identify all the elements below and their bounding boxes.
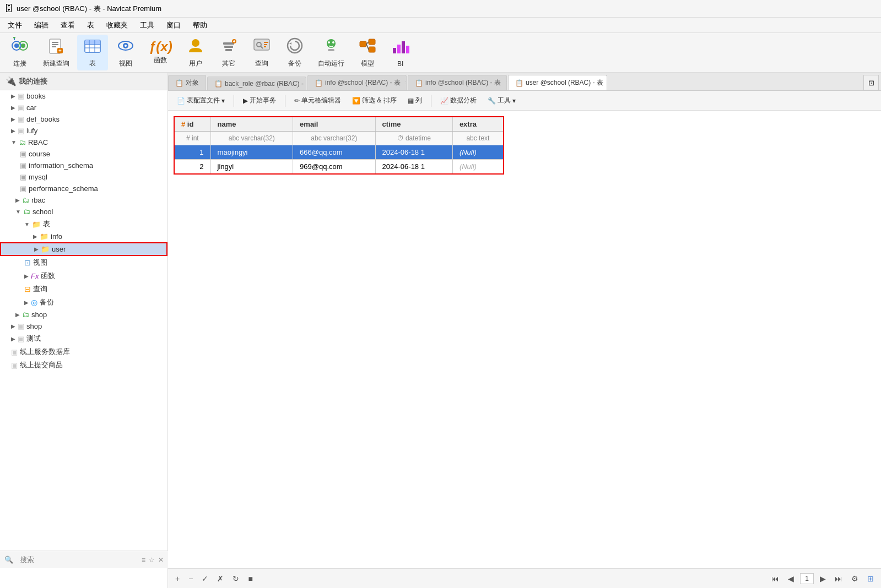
function-button[interactable]: ƒ(x) 函数 [143,38,178,67]
cell-name[interactable]: maojingyi [210,145,293,160]
tab-close-icon[interactable]: ✕ [505,79,507,86]
tree-item-RBAC[interactable]: ▼ 🗂 RBAC [0,137,167,148]
tree-item-online-submit[interactable]: ▣ 线上提交商品 [0,358,167,372]
tree-label: shop [31,311,47,319]
tab-user[interactable]: 📋 user @school (RBAC) - 表 ✕ [508,75,607,90]
start-trans-button[interactable]: ▶ 开始事务 [239,94,280,107]
tree-item-rbac[interactable]: ▶ 🗂 rbac [0,194,167,206]
page-last-button[interactable]: ⏭ [832,573,845,584]
menu-window[interactable]: 窗口 [161,19,186,32]
dropdown-icon: ▾ [221,97,225,105]
start-trans-label: 开始事务 [250,96,276,105]
tree-item-mysql[interactable]: ▣ mysql [0,171,167,183]
refresh-button[interactable]: ↻ [230,573,242,584]
settings-button[interactable]: ⚙ [848,573,861,584]
tab-info-1[interactable]: 📋 info @school (RBAC) - 表 ✕ [307,75,407,90]
tree-item-books[interactable]: ▶ ▣ books [0,90,167,102]
svg-line-43 [366,42,369,44]
autorun-button[interactable]: 自动运行 [312,35,350,70]
cell-id[interactable]: 2 [174,160,210,175]
cell-editor-button[interactable]: ✏ 单元格编辑器 [290,94,345,107]
menu-tools[interactable]: 工具 [134,19,160,32]
connect-label: 连接 [13,59,26,68]
cell-name[interactable]: jingyi [210,160,293,175]
tree-label: 测试 [26,334,41,344]
page-first-button[interactable]: ⏮ [769,573,782,584]
user-button[interactable]: 用户 [180,35,211,70]
column-button[interactable]: ▦ 列 [403,94,426,107]
model-button[interactable]: 模型 [352,35,383,70]
menu-table[interactable]: 表 [82,19,100,32]
tree-item-car[interactable]: ▶ ▣ car [0,102,167,113]
type-hash: # [186,134,190,142]
view-button[interactable]: 视图 [110,35,141,70]
tree-item-performance_schema[interactable]: ▣ performance_schema [0,183,167,194]
col-header-ctime[interactable]: ctime [375,117,452,132]
col-header-email[interactable]: email [293,117,376,132]
tree-item-def_books[interactable]: ▶ ▣ def_books [0,113,167,125]
search-input[interactable] [17,554,138,565]
query-button[interactable]: 查询 [246,35,277,70]
cell-email[interactable]: 969@qq.com [293,160,376,175]
menu-edit[interactable]: 编辑 [29,19,54,32]
tree-item-queries[interactable]: ⊟ 查询 [0,282,167,296]
tab-close-icon[interactable]: ✕ [405,79,407,86]
add-row-button[interactable]: + [172,573,182,584]
cell-email[interactable]: 666@qq.com [293,145,376,160]
expand-tabs-button[interactable]: ⊡ [863,75,879,90]
tree-item-info[interactable]: ▶ 📁 info [0,231,167,242]
grid-button[interactable]: ⊞ [864,573,877,584]
cell-ctime[interactable]: 2024-06-18 1 [375,160,452,175]
tab-info-2[interactable]: 📋 info @school (RBAC) - 表 ✕ [408,75,507,90]
query-icon: ⊟ [24,285,31,293]
tree-item-shop-folder[interactable]: ▶ 🗂 shop [0,309,167,320]
new-query-button[interactable]: + 新建查询 [37,35,75,70]
tree-item-lufy[interactable]: ▶ ▣ lufy [0,125,167,137]
cell-extra[interactable]: (Null) [452,145,504,160]
col-header-id[interactable]: # id [174,117,210,132]
page-next-button[interactable]: ▶ [817,573,829,584]
cell-extra[interactable]: (Null) [452,160,504,175]
tree-item-online-service[interactable]: ▣ 线上服务数据库 [0,345,167,358]
tree-item-course[interactable]: ▣ course [0,148,167,160]
tree-label: course [29,150,50,158]
col-header-extra[interactable]: extra [452,117,504,132]
check-button[interactable]: ✓ [199,573,211,584]
page-prev-button[interactable]: ◀ [785,573,797,584]
tree-item-views[interactable]: ⊡ 视图 [0,256,167,269]
tree-item-test[interactable]: ▶ ▣ 测试 [0,332,167,345]
hash-symbol: # [181,120,185,128]
cross-button[interactable]: ✗ [214,573,226,584]
data-analysis-button[interactable]: 📈 数据分析 [436,94,481,107]
tree-item-user[interactable]: ▶ 📁 user [0,242,167,256]
connect-button[interactable]: 连接 [4,35,35,70]
menu-view[interactable]: 查看 [55,19,80,32]
tree-item-school[interactable]: ▼ 🗂 school [0,206,167,217]
tree-item-shop-db[interactable]: ▶ ▣ shop [0,320,167,332]
remove-row-button[interactable]: − [186,573,196,584]
backup-button[interactable]: 备份 [279,35,310,70]
table-config-button[interactable]: 📄 表配置文件 ▾ [172,94,229,107]
other-button[interactable]: 其它 [213,35,244,70]
bi-button[interactable]: BI [385,36,416,70]
tab-objects[interactable]: 📋 对象 [168,75,206,90]
tree-item-functions[interactable]: ▶ Fx 函数 [0,269,167,282]
menu-favorites[interactable]: 收藏夹 [101,19,133,32]
table-button[interactable]: 表 [77,35,108,70]
tree-item-backup[interactable]: ▶ ◎ 备份 [0,296,167,309]
tab-back-role[interactable]: 📋 back_role @rbac (RBAC) - ... ✕ [207,77,306,90]
tree-item-tables[interactable]: ▼ 📁 表 [0,217,167,231]
table-row[interactable]: 2 jingyi 969@qq.com 2024-06-18 1 (Null) [174,160,504,175]
type-name: varchar(32) [241,134,275,142]
col-header-name[interactable]: name [210,117,293,132]
menu-help[interactable]: 帮助 [187,19,213,32]
tools-button[interactable]: 🔧 工具 ▾ [483,94,520,107]
stop-button[interactable]: ■ [245,573,255,584]
table-row[interactable]: 1 maojingyi 666@qq.com 2024-06-18 1 (Nul… [174,145,504,160]
menu-file[interactable]: 文件 [2,19,28,32]
cell-id[interactable]: 1 [174,145,210,160]
tree-label: 函数 [41,271,55,281]
filter-sort-button[interactable]: 🔽 筛选 & 排序 [348,94,401,107]
tree-item-information_schema[interactable]: ▣ information_schema [0,160,167,171]
cell-ctime[interactable]: 2024-06-18 1 [375,145,452,160]
